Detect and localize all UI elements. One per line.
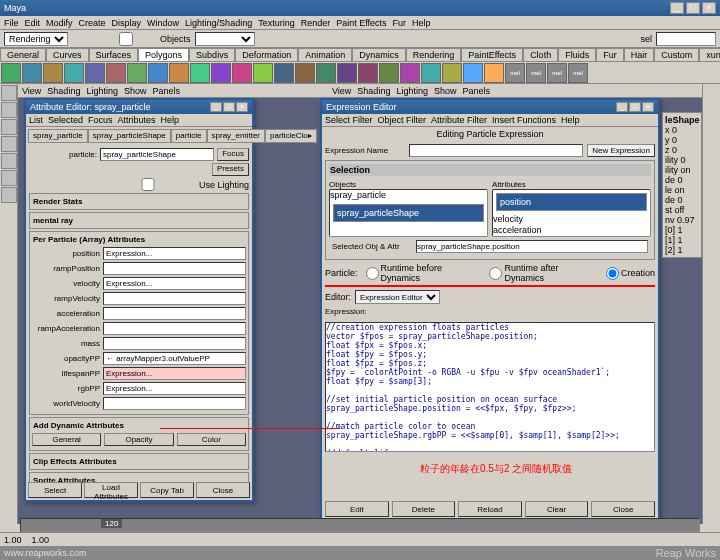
shelf-mel[interactable]: mel: [568, 63, 588, 83]
ae-list[interactable]: List: [29, 115, 43, 125]
menu-help[interactable]: Help: [412, 18, 431, 28]
shelf-icon[interactable]: [169, 63, 189, 83]
channel-item[interactable]: x 0: [665, 125, 699, 135]
attr-field-worldVelocity[interactable]: [103, 397, 246, 410]
channel-item[interactable]: [2] 1: [665, 245, 699, 255]
panels-menu[interactable]: Panels: [152, 86, 180, 96]
attr-field-mass[interactable]: [103, 337, 246, 350]
ae-selected[interactable]: Selected: [48, 115, 83, 125]
ee-attrfilter[interactable]: Attribute Filter: [431, 115, 487, 125]
attributes-list[interactable]: position velocity acceleration force inp…: [492, 189, 651, 237]
presets-button[interactable]: Presets: [212, 163, 249, 176]
ae-titlebar[interactable]: Attribute Editor: spray_particle _□×: [26, 100, 252, 114]
channel-item[interactable]: z 0: [665, 145, 699, 155]
lasso-tool-icon[interactable]: [1, 102, 17, 118]
ee-max-button[interactable]: □: [629, 102, 641, 112]
shelf-icon[interactable]: [211, 63, 231, 83]
shelf-icon[interactable]: [379, 63, 399, 83]
delete-button[interactable]: Delete: [392, 501, 456, 517]
clear-button[interactable]: Clear: [525, 501, 589, 517]
tab-fluids[interactable]: Fluids: [558, 48, 596, 62]
particle-name-field[interactable]: [100, 148, 214, 161]
tab-xun[interactable]: xun: [699, 48, 720, 62]
attr-field-velocity[interactable]: [103, 277, 246, 290]
shading-menu[interactable]: Shading: [47, 86, 80, 96]
tab-hair[interactable]: Hair: [624, 48, 655, 62]
channel-item[interactable]: y 0: [665, 135, 699, 145]
ae-min-button[interactable]: _: [210, 102, 222, 112]
view-menu[interactable]: View: [22, 86, 41, 96]
channel-box[interactable]: leShape x 0y 0z 0ility 0ility onde 0le o…: [662, 112, 702, 258]
show-menu[interactable]: Show: [124, 86, 147, 96]
menu-texturing[interactable]: Texturing: [258, 18, 295, 28]
tab-painteffects[interactable]: PaintEffects: [461, 48, 523, 62]
ee-close-button[interactable]: ×: [642, 102, 654, 112]
ae-help[interactable]: Help: [161, 115, 180, 125]
panels-menu[interactable]: Panels: [462, 86, 490, 96]
menu-create[interactable]: Create: [79, 18, 106, 28]
objects-checkbox[interactable]: [96, 32, 156, 46]
menu-modify[interactable]: Modify: [46, 18, 73, 28]
use-lighting-checkbox[interactable]: [100, 178, 196, 191]
mode-select[interactable]: Rendering: [4, 32, 68, 46]
ae-tab[interactable]: spray_particleShape: [88, 129, 171, 143]
shelf-icon[interactable]: [148, 63, 168, 83]
tab-general[interactable]: General: [0, 48, 46, 62]
close-button[interactable]: ×: [702, 2, 716, 14]
channel-item[interactable]: ility 0: [665, 155, 699, 165]
shelf-icon[interactable]: [1, 63, 21, 83]
attr-field-rampVelocity[interactable]: [103, 292, 246, 305]
channel-item[interactable]: de 0: [665, 195, 699, 205]
ee-objectfilter[interactable]: Object Filter: [378, 115, 427, 125]
menu-file[interactable]: File: [4, 18, 19, 28]
newexpr-button[interactable]: New Expression: [587, 144, 655, 157]
ee-selectfilter[interactable]: Select Filter: [325, 115, 373, 125]
ae-tab[interactable]: particle: [171, 129, 207, 143]
shelf-icon[interactable]: [190, 63, 210, 83]
move-tool-icon[interactable]: [1, 119, 17, 135]
attr-field-position[interactable]: [103, 247, 246, 260]
menu-window[interactable]: Window: [147, 18, 179, 28]
close-button[interactable]: Close: [196, 482, 250, 498]
menu-painteffects[interactable]: Paint Effects: [336, 18, 386, 28]
clip-header[interactable]: Clip Effects Attributes: [32, 456, 246, 467]
attr-field-acceleration[interactable]: [103, 307, 246, 320]
add-dyn-header[interactable]: Add Dynamic Attributes: [32, 420, 246, 431]
ae-focus[interactable]: Focus: [88, 115, 113, 125]
manip-tool-icon[interactable]: [1, 170, 17, 186]
render-stats-header[interactable]: Render Stats: [32, 196, 246, 207]
select-button[interactable]: Select: [28, 482, 82, 498]
shelf-icon[interactable]: [274, 63, 294, 83]
close-button[interactable]: Close: [591, 501, 655, 517]
copy-tab-button[interactable]: Copy Tab: [140, 482, 194, 498]
lighting-menu[interactable]: Lighting: [86, 86, 118, 96]
range-start2[interactable]: 1.00: [32, 535, 50, 545]
shelf-icon[interactable]: [232, 63, 252, 83]
channel-item[interactable]: le on: [665, 185, 699, 195]
runtime-before-radio[interactable]: [366, 267, 379, 280]
objects-select[interactable]: [195, 32, 255, 46]
scale-tool-icon[interactable]: [1, 153, 17, 169]
edit-button[interactable]: Edit: [325, 501, 389, 517]
shelf-icon[interactable]: [442, 63, 462, 83]
minimize-button[interactable]: _: [670, 2, 684, 14]
shelf-icon[interactable]: [85, 63, 105, 83]
expression-textarea[interactable]: [325, 322, 655, 452]
tab-rendering[interactable]: Rendering: [406, 48, 462, 62]
sel-input[interactable]: [656, 32, 716, 46]
shelf-icon[interactable]: [484, 63, 504, 83]
attr-field-lifespanPP[interactable]: [103, 367, 246, 380]
tab-surfaces[interactable]: Surfaces: [89, 48, 139, 62]
shelf-icon[interactable]: [295, 63, 315, 83]
attr-field-opacityPP[interactable]: [103, 352, 246, 365]
load-attributes-button[interactable]: Load Attributes: [84, 482, 138, 498]
shelf-icon[interactable]: [337, 63, 357, 83]
runtime-after-radio[interactable]: [489, 267, 502, 280]
mental-ray-header[interactable]: mental ray: [32, 215, 246, 226]
tab-custom[interactable]: Custom: [654, 48, 699, 62]
tab-dynamics[interactable]: Dynamics: [352, 48, 406, 62]
channel-item[interactable]: de 0: [665, 175, 699, 185]
menu-fur[interactable]: Fur: [393, 18, 407, 28]
shelf-icon[interactable]: [106, 63, 126, 83]
creation-radio[interactable]: [606, 267, 619, 280]
